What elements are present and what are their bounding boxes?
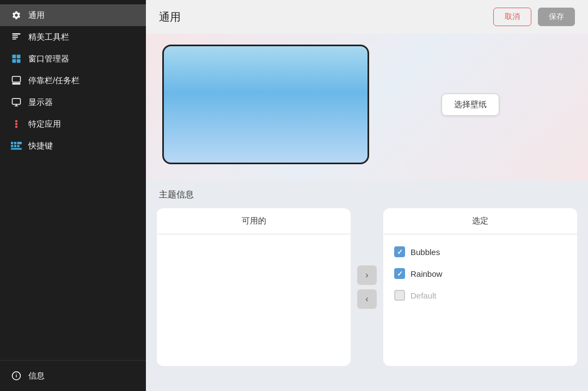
dock-icon xyxy=(11,75,22,86)
apps-icon xyxy=(11,119,22,129)
svg-rect-22 xyxy=(11,148,22,150)
bubbles-checkbox[interactable] xyxy=(394,246,405,257)
svg-rect-1 xyxy=(13,35,19,36)
transfer-to-available-button[interactable]: ‹ xyxy=(357,289,377,309)
theme-item-rainbow[interactable]: Rainbow xyxy=(390,263,571,284)
choose-wallpaper-button[interactable]: 选择壁纸 xyxy=(442,94,499,116)
svg-rect-9 xyxy=(13,83,21,85)
sidebar-item-window-manager[interactable]: 窗口管理器 xyxy=(0,48,146,70)
svg-point-13 xyxy=(15,120,18,123)
svg-rect-20 xyxy=(14,145,16,147)
sidebar-item-dock[interactable]: 停靠栏/任务栏 xyxy=(0,70,146,91)
sidebar-item-toolbar[interactable]: 精美工具栏 xyxy=(0,26,146,48)
sidebar-item-label: 快捷键 xyxy=(28,141,53,151)
svg-rect-10 xyxy=(13,98,21,104)
theme-section-title: 主题信息 xyxy=(157,189,577,201)
transfer-to-selected-button[interactable]: › xyxy=(357,265,377,285)
sidebar: 通用 精美工具栏 窗口管理器 xyxy=(0,0,146,391)
chevron-left-icon: ‹ xyxy=(365,294,368,304)
toolbar-icon xyxy=(11,32,22,42)
rainbow-label: Rainbow xyxy=(411,269,442,278)
chevron-right-icon: › xyxy=(365,270,368,280)
available-panel-content xyxy=(157,234,351,365)
svg-rect-5 xyxy=(17,55,21,59)
sidebar-item-general[interactable]: 通用 xyxy=(0,4,146,26)
sidebar-item-display[interactable]: 显示器 xyxy=(0,91,146,113)
svg-rect-2 xyxy=(13,37,19,38)
wallpaper-section: 选择壁纸 xyxy=(146,34,588,181)
sidebar-item-info[interactable]: i 信息 xyxy=(0,365,146,387)
svg-rect-19 xyxy=(11,145,13,147)
cancel-button[interactable]: 取消 xyxy=(493,8,531,26)
sidebar-item-label: 通用 xyxy=(28,10,45,21)
bubbles-label: Bubbles xyxy=(411,247,440,257)
sidebar-item-label: 信息 xyxy=(28,371,45,381)
available-panel-header: 可用的 xyxy=(157,208,351,234)
sidebar-item-shortcuts[interactable]: 快捷键 xyxy=(0,135,146,157)
wallpaper-preview xyxy=(162,45,369,164)
svg-text:i: i xyxy=(16,373,17,378)
selected-panel: 选定 Bubbles Rainbow Default xyxy=(383,208,577,366)
svg-rect-3 xyxy=(13,39,17,40)
svg-rect-16 xyxy=(11,142,13,144)
content-area: 选择壁纸 主题信息 可用的 › ‹ xyxy=(146,34,588,391)
svg-rect-8 xyxy=(13,77,21,83)
save-button[interactable]: 保存 xyxy=(538,8,575,26)
sidebar-bottom: i 信息 xyxy=(0,360,146,387)
svg-rect-18 xyxy=(17,142,22,144)
sidebar-item-label: 精美工具栏 xyxy=(28,32,69,42)
info-icon: i xyxy=(11,370,22,381)
display-icon xyxy=(11,97,22,108)
selected-panel-content: Bubbles Rainbow Default xyxy=(383,234,577,365)
theme-item-bubbles[interactable]: Bubbles xyxy=(390,241,571,263)
svg-rect-4 xyxy=(13,55,16,59)
main-content: 通用 取消 保存 选择壁纸 主题信息 可用的 xyxy=(146,0,588,391)
sidebar-item-label: 显示器 xyxy=(28,97,53,108)
rainbow-checkbox[interactable] xyxy=(394,268,405,279)
header-actions: 取消 保存 xyxy=(493,8,575,26)
svg-rect-6 xyxy=(13,59,16,63)
sidebar-item-label: 窗口管理器 xyxy=(28,54,69,64)
theme-panels: 可用的 › ‹ 选定 xyxy=(157,208,577,366)
default-label: Default xyxy=(411,291,437,300)
svg-point-14 xyxy=(15,123,18,126)
svg-rect-17 xyxy=(14,142,16,144)
svg-point-15 xyxy=(15,126,18,128)
svg-rect-0 xyxy=(13,33,21,34)
transfer-buttons: › ‹ xyxy=(351,265,383,309)
sidebar-item-apps[interactable]: 特定应用 xyxy=(0,113,146,135)
theme-section: 主题信息 可用的 › ‹ 选定 xyxy=(146,189,588,377)
theme-item-default[interactable]: Default xyxy=(390,284,571,306)
available-panel: 可用的 xyxy=(157,208,351,366)
sidebar-item-label: 特定应用 xyxy=(28,119,61,129)
sidebar-item-label: 停靠栏/任务栏 xyxy=(28,76,79,86)
selected-panel-header: 选定 xyxy=(383,208,577,234)
window-manager-icon xyxy=(11,53,22,64)
svg-rect-21 xyxy=(17,145,19,147)
shortcuts-icon xyxy=(11,140,22,151)
gear-icon xyxy=(11,10,22,21)
default-checkbox[interactable] xyxy=(394,290,405,301)
page-title: 通用 xyxy=(159,10,181,24)
wallpaper-button-area: 选择壁纸 xyxy=(369,94,572,116)
header: 通用 取消 保存 xyxy=(146,0,588,34)
svg-rect-7 xyxy=(17,59,21,63)
